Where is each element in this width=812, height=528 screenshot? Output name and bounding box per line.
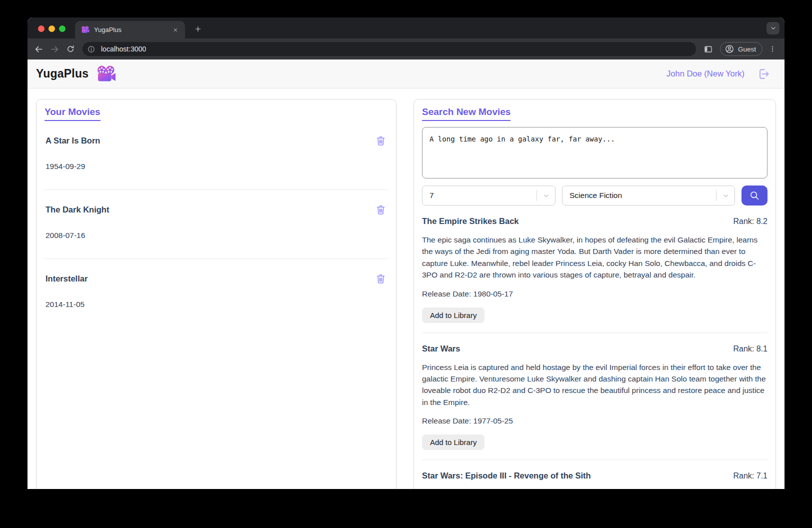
movie-date: 2008-07-16	[46, 231, 387, 240]
chevron-down-icon	[537, 192, 555, 200]
arrow-right-icon	[50, 44, 60, 54]
plus-icon	[194, 26, 202, 32]
result-release-date: Release Date: 1977-05-25	[422, 416, 768, 426]
search-button[interactable]	[742, 186, 768, 206]
new-tab-button[interactable]	[192, 22, 204, 36]
person-icon	[724, 44, 734, 54]
tab-strip: YugaPlus	[28, 18, 784, 38]
result-description: Princess Leia is captured and held hosta…	[422, 362, 768, 408]
browser-menu-button[interactable]	[766, 42, 780, 56]
browser-tab[interactable]: YugaPlus	[75, 21, 185, 38]
forward-button[interactable]	[46, 41, 62, 57]
app-title: YugaPlus	[36, 67, 88, 80]
traffic-lights	[38, 26, 66, 32]
app-header: YugaPlus	[28, 60, 784, 88]
result-title: Star Wars: Episode III - Revenge of the …	[422, 471, 591, 480]
movie-row: The Dark Knight 2008-07-16	[44, 190, 388, 259]
window-zoom-button[interactable]	[59, 26, 66, 32]
movie-date: 1954-09-29	[46, 162, 387, 171]
search-title: Search New Movies	[422, 106, 510, 121]
browser-toolbar: localhost:3000 Guest	[28, 38, 784, 60]
movie-list: A Star Is Born 1954-09-29	[44, 121, 388, 328]
search-panel: Search New Movies A long time ago in a g…	[414, 99, 776, 489]
chevron-down-icon	[770, 25, 776, 32]
your-movies-title: Your Movies	[44, 106, 100, 121]
trash-icon	[375, 273, 386, 284]
result-release-date: Release Date: 1980-05-17	[422, 290, 768, 298]
search-results: The Empire Strikes Back Rank: 8.2 The ep…	[422, 206, 768, 489]
movie-title: A Star Is Born	[46, 136, 100, 146]
tab-close-button[interactable]	[171, 26, 180, 34]
app-brand: YugaPlus	[36, 66, 116, 82]
rank-select-value: 7	[422, 191, 536, 200]
result-title: The Empire Strikes Back	[422, 216, 519, 226]
back-button[interactable]	[30, 41, 46, 57]
result-title: Star Wars	[422, 344, 460, 354]
add-to-library-button[interactable]: Add to Library	[422, 434, 484, 450]
trash-icon	[375, 135, 386, 146]
result-rank: Rank: 8.1	[734, 344, 768, 354]
arrow-left-icon	[34, 44, 44, 54]
site-info-icon[interactable]	[86, 44, 96, 54]
delete-movie-button[interactable]	[374, 272, 387, 285]
side-panel-button[interactable]	[701, 42, 716, 56]
result-rank: Rank: 7.1	[734, 472, 768, 480]
browser-window: YugaPlus	[28, 18, 784, 489]
main-content: Your Movies A Star Is Born	[28, 88, 784, 489]
movie-row: Interstellar 2014-11-05	[44, 259, 388, 328]
user-name[interactable]: John Doe (New York)	[666, 69, 744, 78]
logout-button[interactable]	[756, 67, 770, 81]
url-text: localhost:3000	[101, 45, 146, 53]
trash-icon	[375, 204, 386, 216]
genre-select-value: Science Fiction	[562, 191, 716, 200]
reload-button[interactable]	[62, 41, 78, 57]
window-minimize-button[interactable]	[48, 26, 55, 32]
rank-select[interactable]: 7	[422, 186, 556, 206]
chevron-down-icon	[716, 192, 734, 200]
result-row: Star Wars Rank: 8.1 Princess Leia is cap…	[422, 333, 768, 460]
movie-title: Interstellar	[46, 274, 88, 284]
window-close-button[interactable]	[38, 26, 44, 32]
movie-date: 2014-11-05	[46, 300, 387, 309]
movie-title: The Dark Knight	[46, 205, 109, 214]
delete-movie-button[interactable]	[374, 203, 387, 216]
result-description: The epic saga continues as Luke Skywalke…	[422, 234, 768, 281]
address-bar[interactable]: localhost:3000	[82, 42, 696, 56]
search-controls: 7 Science Fiction	[422, 186, 768, 206]
user-area: John Doe (New York)	[666, 67, 770, 81]
search-icon	[749, 190, 760, 201]
tab-overflow-button[interactable]	[766, 22, 780, 34]
kebab-menu-icon	[768, 45, 776, 53]
side-panel-icon	[704, 44, 713, 54]
your-movies-panel: Your Movies A Star Is Born	[36, 99, 396, 489]
movie-camera-logo-icon	[96, 66, 116, 82]
movie-row: A Star Is Born 1954-09-29	[44, 121, 388, 190]
result-rank: Rank: 8.2	[734, 217, 768, 226]
close-icon	[173, 28, 178, 32]
add-to-library-button[interactable]: Add to Library	[422, 308, 484, 323]
guest-label: Guest	[738, 46, 756, 53]
guest-profile-button[interactable]: Guest	[720, 42, 762, 56]
tab-title: YugaPlus	[94, 26, 166, 34]
result-row: Star Wars: Episode III - Revenge of the …	[422, 460, 768, 489]
movie-camera-favicon-icon	[81, 26, 90, 34]
search-query-textarea[interactable]: A long time ago in a galaxy far, far awa…	[422, 127, 768, 178]
genre-select[interactable]: Science Fiction	[562, 186, 735, 206]
delete-movie-button[interactable]	[374, 134, 387, 147]
result-row: The Empire Strikes Back Rank: 8.2 The ep…	[422, 206, 768, 333]
reload-icon	[66, 44, 75, 54]
logout-icon	[757, 68, 770, 80]
